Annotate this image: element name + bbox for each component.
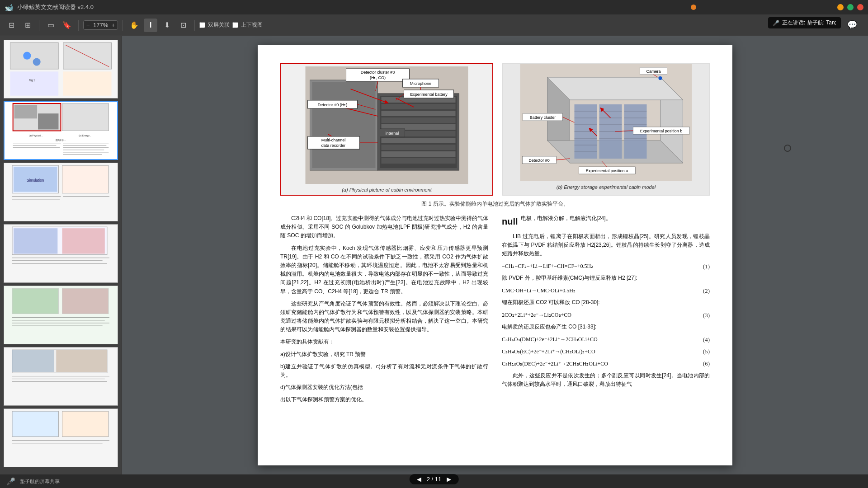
text-column-right: null 电极，电解液分解，电解液汽化[24]。 LIB 过充电后，锂离子在阳极…	[502, 214, 710, 408]
bookmark-icon: 🔖	[62, 21, 71, 29]
top-bottom-checkbox[interactable]	[232, 22, 238, 28]
crop-icon: ⊡	[180, 21, 186, 29]
thumbnail-page-1[interactable]: Fig 1	[4, 40, 118, 99]
title-bar-controls	[837, 4, 863, 10]
text-col2-p5: 电解质的还原反应也会产生 CO [31-33]:	[502, 323, 710, 331]
text-col1-p3: 这些研究从产气角度论证了气体预警的有效性。然而，必须解决以下理论空白。必须研究储…	[280, 300, 488, 334]
text-col1-p4: 本研究的具体贡献有：	[280, 338, 488, 346]
eq3-num: (3)	[703, 311, 710, 320]
svg-rect-65	[382, 145, 456, 150]
thumbnail-page-6[interactable]	[4, 347, 118, 406]
thumbnail-page-3[interactable]: Simulation	[4, 163, 118, 221]
thumbnail-page-2[interactable]: (a) Physical... (b) Energy... 图1所示...	[4, 101, 118, 160]
single-page-icon: ▭	[47, 21, 54, 29]
title-bar: 🐋 小绿鲸英文文献阅读器 v2.4.0	[0, 0, 868, 14]
text-col2-p2: LIB 过充电后，锂离子在阳极表面析出，形成锂枝晶[25]。研究人员发现，锂枝晶…	[502, 232, 710, 258]
top-bottom-group: 上下视图	[232, 21, 263, 29]
svg-rect-38	[62, 288, 108, 314]
toolbar-sep-2	[78, 20, 79, 31]
toolbar-sep-3	[123, 20, 123, 31]
svg-text:(a) Physical...: (a) Physical...	[29, 134, 42, 137]
svg-rect-66	[382, 151, 456, 157]
svg-rect-50	[62, 411, 108, 436]
thumbnail-icon: ⊞	[25, 21, 31, 29]
svg-point-1	[23, 52, 31, 60]
figure-main-caption: 图 1 所示。实验储能舱内单电池过充后的气体扩散实验平台。	[280, 200, 710, 208]
hand-icon: ✋	[130, 21, 139, 29]
eq1-text: −CH₂−CF₂−+Li→LiF+−CH=CF−+0.5H₂	[502, 262, 593, 271]
svg-text:Detector #0 (H₂): Detector #0 (H₂)	[318, 103, 348, 107]
app-title: 小绿鲸英文文献阅读器 v2.4.0	[17, 3, 94, 11]
svg-rect-60	[382, 111, 456, 116]
minimize-button[interactable]	[837, 4, 844, 10]
svg-rect-6	[63, 71, 112, 95]
sidebar-toggle-icon: ⊟	[9, 21, 14, 29]
svg-rect-0	[10, 42, 59, 69]
svg-rect-37	[12, 288, 58, 314]
svg-text:Experimental battery: Experimental battery	[410, 92, 448, 97]
text-col1-p7: d)气体探测器安装的优化方法(包括	[280, 383, 488, 392]
single-page-button[interactable]: ▭	[44, 19, 57, 32]
text-col2-p6: 此外，这些反应并不是依次发生的；多个副反应可以同时发生[24]。当电池内部的气体…	[502, 371, 710, 389]
thumbnail-view-button[interactable]: ⊞	[21, 19, 34, 32]
maximize-button[interactable]	[847, 4, 854, 10]
top-bottom-label[interactable]: 上下视图	[241, 21, 263, 29]
eq1-num: (1)	[703, 262, 710, 272]
text-select-button[interactable]: I	[144, 19, 157, 32]
svg-text:(H₂, CO): (H₂, CO)	[370, 75, 386, 80]
toolbar: ⊟ ⊞ ▭ 🔖 − 177% + ✋ I ⬇ ⊡ 双屏关联 上下视图	[0, 14, 868, 36]
dual-screen-label[interactable]: 双屏关联	[208, 21, 230, 29]
svg-text:Fig 1: Fig 1	[28, 79, 35, 82]
text-col1-p2: 在电池过充实验中，Koch 发现气体传感器比烟雾、应变和压力传感器更早预测 TR…	[280, 244, 488, 296]
zoom-out-button[interactable]: −	[86, 22, 90, 28]
main-content-area: Detector cluster #3 (H₂, CO) Detector #0…	[122, 36, 868, 474]
chat-icon: 💬	[847, 20, 857, 30]
svg-rect-9	[62, 103, 109, 131]
svg-rect-61	[382, 117, 456, 123]
svg-marker-96	[547, 77, 683, 100]
svg-point-121	[659, 76, 662, 80]
toolbar-sep-1	[39, 20, 39, 31]
svg-rect-11	[38, 113, 58, 129]
zoom-control: − 177% +	[83, 20, 118, 30]
dual-screen-group: 双屏关联	[199, 21, 230, 29]
screen-share-icon: 🎤	[6, 477, 15, 486]
equation-2: CMC-OH+Li→CMC-OLi+0.5H₂ (2)	[502, 286, 710, 296]
eq3-text: 2CO₂+2Li⁺+2e⁻→Li₂CO₃+CO	[502, 311, 571, 319]
figure-right-image: Camera Battery cluster Experimental posi…	[503, 64, 709, 181]
thumbnail-page-4[interactable]	[4, 224, 118, 283]
eq4-num: (4)	[703, 335, 710, 345]
eq6-num: (6)	[703, 359, 710, 369]
bookmark-button[interactable]: 🔖	[60, 19, 74, 32]
sidebar-toggle-button[interactable]: ⊟	[5, 19, 18, 32]
close-button[interactable]	[857, 4, 863, 10]
text-col2-p3: 除 PVDF 外，羧甲基纤维素(CMC)与锂反应释放 H2 [27]:	[502, 274, 710, 282]
equation-4: C₃H₆O₃(DMC)+2e⁻+2Li⁺→2CH₃OLi+CO (4)	[502, 335, 710, 345]
equation-3: 2CO₂+2Li⁺+2e⁻→Li₂CO₃+CO (3)	[502, 311, 710, 320]
page-navigation: ◀ 2 / 11 ▶	[410, 474, 459, 484]
microphone-icon: 🎤	[773, 20, 779, 26]
svg-text:Experimental position b: Experimental position b	[640, 129, 683, 133]
figure-left-image: Detector cluster #3 (H₂, CO) Detector #0…	[283, 66, 490, 184]
crop-button[interactable]: ⊡	[176, 19, 190, 32]
next-page-button[interactable]: ▶	[447, 476, 451, 483]
svg-text:Multi-channel: Multi-channel	[321, 138, 346, 142]
thumbnail-sidebar: Fig 1 (a) Physical... (b) Energy... 图1所示…	[0, 36, 122, 474]
voice-indicator: 🎤 正在讲话: 垫子航; Tan;	[768, 17, 841, 28]
thumbnail-page-5[interactable]	[4, 286, 118, 344]
text-col2-null: null 电极，电解液分解，电解液汽化[24]。	[502, 214, 710, 229]
svg-text:Detector #0: Detector #0	[528, 158, 550, 163]
hand-tool-button[interactable]: ✋	[127, 19, 141, 32]
svg-rect-32	[14, 228, 57, 253]
prev-page-button[interactable]: ◀	[417, 476, 421, 483]
chat-button[interactable]: 💬	[845, 18, 859, 32]
dual-screen-checkbox[interactable]	[199, 22, 205, 28]
text-col2-p4: 锂在阳极还原 CO2 可以释放 CO [28-30]:	[502, 298, 710, 307]
app-icon: 🐋	[5, 3, 14, 12]
svg-text:Detector cluster #3: Detector cluster #3	[361, 70, 395, 75]
zoom-in-button[interactable]: +	[112, 22, 115, 28]
zoom-level-display[interactable]: 177%	[92, 22, 110, 28]
text-col1-p1: C2H4 和 CO[18]。过充实验中测得的气体成分与电池过充时过热实验中测得的…	[280, 214, 488, 240]
thumbnail-page-7[interactable]	[4, 408, 118, 467]
download-button[interactable]: ⬇	[160, 19, 174, 32]
